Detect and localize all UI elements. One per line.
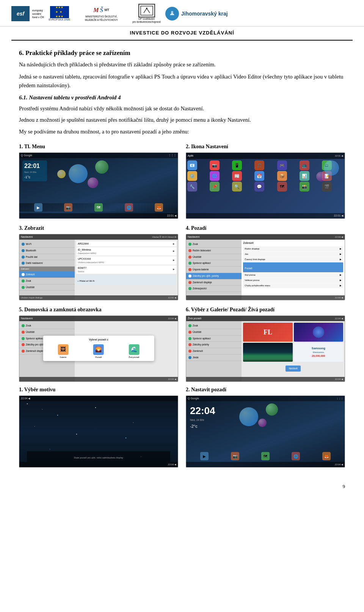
screenshot-img-6: Živá pozadí 22:04 ◀ Zvuk Úložiště Správc… — [186, 315, 345, 382]
screenshot-label-6: 6. Výběr z Galerie/ Pozadí/ Živá pozadí — [186, 306, 275, 314]
op-logo: OP Vzdělávání pro konkurenceschopnost — [132, 4, 160, 24]
star8 — [133, 422, 133, 423]
gal-s-zvuk: Zvuk — [186, 323, 242, 329]
np-bubble3 — [258, 419, 267, 427]
eu-flag: ★★★★ ★★★★ — [50, 6, 69, 18]
app-icon: 🗺 — [277, 182, 287, 191]
bubble2 — [95, 160, 108, 174]
screenshot-grid: 1. Tl. Menu Q Google ⋮⋮⋮ 22:01 Ned, — [19, 143, 345, 382]
screenshot-label-5: 5. Domovská a zamknutá obrazovka — [19, 306, 101, 314]
esf-box: esf — [11, 6, 30, 21]
app-icon: 📧 — [187, 160, 197, 170]
bottombar2: 22:01 ◀ — [186, 213, 345, 218]
domovska-dialog-title: Vybrat pozadí z — [46, 338, 152, 342]
settings-main: ARG2444 ▶ ID_Wireless Zabezpečení WPA2 ▶ — [75, 240, 178, 300]
np-dock-icon4: 🌐 — [292, 452, 300, 460]
settings-add-wifi: + Přidat síť Wi-Fi — [76, 275, 176, 285]
poz-sidebar-zamk: Zamknutí displeje — [186, 279, 242, 286]
poz-sidebar-zvuk: Zvuk — [186, 241, 242, 248]
screenshot-item-6: 6. Výběr z Galerie/ Pozadí/ Živá pozadí … — [186, 306, 345, 382]
screenshot-label-1: 1. Tl. Menu — [19, 143, 45, 151]
android-homescreen1: Q Google ⋮⋮⋮ 22:01 Ned, 24 Bře -1°c — [19, 153, 178, 218]
poz-sidebar-blok: Režim blokování — [186, 248, 242, 254]
np-dock-icon1: ▶ — [200, 452, 209, 460]
screenshot-item-5: 5. Domovská a zamknutá obrazovka Nastave… — [19, 306, 178, 382]
settings-sidebar-wifi: Wi-Fi — [19, 241, 75, 248]
pozadi-bottombar: 22:03 ◀ — [186, 295, 345, 300]
screenshot-label-np: 2. Nastavit pozadí — [186, 386, 226, 394]
galerie-nastavit: Nastavit — [243, 363, 343, 372]
msmt-label: MINISTERSTVO ŠKOLSTVÍ, MLÁDEŽE A TĚLOVÝC… — [85, 15, 118, 22]
app-icon: ⚙️ — [187, 171, 197, 181]
star1 — [27, 403, 28, 404]
op-label: OP Vzdělávání pro konkurenceschopnost — [132, 17, 160, 24]
page-number: 9 — [0, 479, 364, 494]
galerie-thumb-1: FL — [243, 323, 292, 342]
subsection-title: 6.1. Nastavení tabletu v prostředí Andro… — [19, 93, 345, 102]
kraj-logo: Jihomoravský kraj — [165, 7, 228, 20]
domovska-screen: Nastavení 22:04 ◀ Zvuk Úložiště Správce … — [19, 316, 178, 381]
settings-screen: Nastavení Hledat ☰ Wi-Fi Direct ⊞ Wi-Fi … — [19, 234, 178, 300]
dom-s-zvuk: Zvuk — [19, 323, 75, 329]
poz-sidebar-zalozky: Zobrazpozici — [186, 286, 242, 292]
app-icon: 🔧 — [187, 182, 197, 191]
bottom-icons-1: ▶ 📷 🗺 🌐 🦊 — [19, 203, 178, 212]
screenshot-img-3: Nastavení Hledat ☰ Wi-Fi Direct ⊞ Wi-Fi … — [19, 234, 178, 300]
poz-item-chyby: Chyby pohybového stavu▶ — [243, 283, 343, 288]
settings-row-1: ARG2444 ▶ — [76, 241, 176, 246]
screenshot-img-vm: 22:04 ◀ Dojte pozad — [19, 395, 178, 468]
screenshot-img-np: Q Google ⋮⋮⋮ 22:04 Ned, 24 Bře -2°c — [186, 395, 345, 468]
poz-item-pozadi: Pozadí — [243, 262, 343, 273]
gal-s-jinde: Jinde — [186, 355, 242, 361]
domovska-bottombar: 22:04 ◀ — [19, 377, 178, 381]
app-icon: 💬 — [254, 182, 264, 191]
kraj-icon — [165, 7, 179, 20]
app-icon: 📺 — [300, 160, 309, 170]
poz-item-casovy: Časový limit displeje▶ — [243, 257, 343, 262]
galerie-thumb-4: Samsung Electronics 28,000,000 — [294, 343, 343, 362]
galerie-screen: Živá pozadí 22:04 ◀ Zvuk Úložiště Správc… — [186, 316, 345, 381]
app-icon: 📸 — [300, 182, 309, 191]
galerie-sidebar: Zvuk Úložiště Správce aplikací Záložky p… — [186, 316, 242, 381]
bottom-icon-5: 🦊 — [155, 203, 163, 212]
np-bubble1 — [239, 407, 258, 426]
screenshot-label-3: 3. Zobrazit — [19, 224, 44, 232]
settings-row-4: EDWT7 Sickno ▶ — [76, 265, 176, 274]
app-icon: 🎵 — [254, 160, 264, 170]
settings-sidebar: Wi-Fi Bluetooth Použití dat Další n — [19, 240, 75, 300]
bottom-icon-2: 📷 — [64, 203, 72, 212]
eu-logo: ★★★★ ★★★★ EVROPSKÁ UNIE — [49, 6, 70, 21]
np-bubble2 — [266, 403, 278, 416]
pozadi-topbar: Nastavení 22:03 ◀ — [186, 234, 345, 240]
np-dock-icon2: 📷 — [231, 452, 239, 460]
screenshot-label-4: 4. Pozadí — [186, 224, 206, 232]
bottombar1: 22:01 ◀ — [19, 213, 178, 218]
bottom-screenshot-row: 1. Výběr motivu 22:04 ◀ — [19, 386, 345, 468]
vm-topbar: 22:04 ◀ — [19, 396, 178, 401]
star3 — [57, 415, 58, 416]
dialog-ziva-pozadi: 🌊 Živá pozadí — [129, 344, 139, 359]
app-icon: 📦 — [277, 171, 287, 181]
kraj-label: Jihomoravský kraj — [181, 10, 228, 18]
settings-sidebar-more: Další nastavení — [19, 260, 75, 267]
body-p2: Jednou z možností je spuštění nastavení … — [19, 116, 345, 124]
svg-rect-0 — [141, 6, 153, 15]
settings-row-2: ID_Wireless Zabezpečení WPA2 ▶ — [76, 247, 176, 256]
header-subtitle: INVESTICE DO ROZVOJE VZDĚLÁVÁNÍ — [130, 28, 234, 36]
np-dock-icon5: 🦊 — [322, 452, 331, 460]
gal-s-zamk: Zamknutí — [186, 348, 242, 355]
app-icon: 📱 — [232, 160, 242, 170]
screenshot-img-2: Aplik 22:01 ◀ 📧 📷 📱 🎵 🎮 📺 🗂 ⚙️ 🌐 📰 — [186, 152, 345, 219]
screenshot-img-4: Nastavení 22:03 ◀ Zvuk Režim blokování — [186, 234, 345, 300]
star5 — [76, 434, 77, 435]
pozadi-sidebar: Zvuk Režim blokování Úložiště Správ — [186, 240, 242, 300]
gal-s-spr: Správce aplikací — [186, 336, 242, 342]
settings-row-3: UPCXXX44 Uloženo,zabezpečení WPA2 ▶ — [76, 256, 176, 265]
domovska-dialog-icons: 🖼 Galerie 🌄 Pozadí 🌊 Živá pozadí — [46, 344, 152, 359]
bubble3 — [88, 177, 98, 188]
screenshot-label-vm: 1. Výběr motivu — [19, 386, 55, 394]
screenshot-img-5: Nastavení 22:04 ◀ Zvuk Úložiště Správce … — [19, 315, 178, 382]
intro-p1: Na následujících třech příkladech si pře… — [19, 60, 345, 69]
star4 — [35, 426, 35, 427]
page-header: esf evropský sociální fond v ČR ★★★★ ★★★… — [0, 0, 364, 27]
